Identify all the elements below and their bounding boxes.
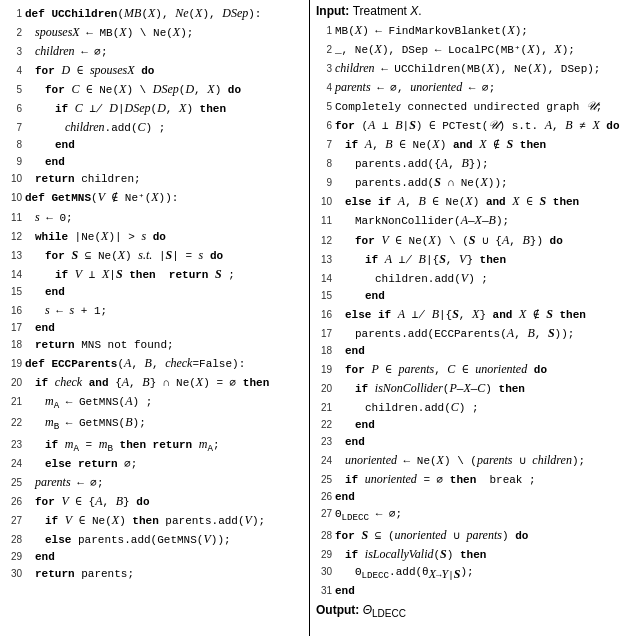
line-number: 16 bbox=[316, 307, 332, 323]
line-number: 25 bbox=[316, 472, 332, 488]
line-number: 7 bbox=[6, 120, 22, 136]
code-line: 14if V ⊥ X|S then return S ; bbox=[6, 265, 303, 284]
code-line: 7if A, B ∈ Ne(X) and X ∉ S then bbox=[316, 135, 634, 154]
line-number: 1 bbox=[6, 6, 22, 22]
line-content: end bbox=[25, 549, 303, 566]
code-line: 28else parents.add(GetMNS(V)); bbox=[6, 530, 303, 549]
line-number: 27 bbox=[6, 513, 22, 529]
line-content: end bbox=[335, 489, 634, 506]
code-line: 4parents ← ∅, unoriented ← ∅; bbox=[316, 78, 634, 97]
line-number: 3 bbox=[6, 44, 22, 60]
line-number: 20 bbox=[6, 375, 22, 391]
line-content: end bbox=[335, 434, 634, 451]
input-label: Input: bbox=[316, 4, 353, 18]
code-line: 6if C ⊥̸ D|DSep(D, X) then bbox=[6, 99, 303, 118]
code-line: 10return children; bbox=[6, 171, 303, 188]
code-line: 30return parents; bbox=[6, 566, 303, 583]
left-algorithm-panel: 1def UCChildren(MB(X), Ne(X), DSep):2spo… bbox=[0, 0, 310, 636]
line-content: if V ⊥ X|S then return S ; bbox=[25, 265, 303, 284]
line-content: parents ← ∅; bbox=[25, 473, 303, 492]
line-number: 6 bbox=[316, 118, 332, 134]
line-number: 24 bbox=[6, 456, 22, 472]
line-number: 8 bbox=[316, 156, 332, 172]
line-content: children.add(C) ; bbox=[25, 118, 303, 137]
code-line: 18return MNS not found; bbox=[6, 337, 303, 354]
code-line: 16s ← s + 1; bbox=[6, 301, 303, 320]
code-line: 6for (A ⊥ B|S) ∈ PCTest(𝒰) s.t. A, B ≠ X… bbox=[316, 116, 634, 135]
code-line: 29end bbox=[6, 549, 303, 566]
code-line: 21mA ← GetMNS(A) ; bbox=[6, 392, 303, 413]
line-number: 19 bbox=[316, 362, 332, 378]
code-line: 17end bbox=[6, 320, 303, 337]
line-number: 30 bbox=[316, 564, 332, 580]
code-line: 12for V ∈ Ne(X) \ (S ∪ {A, B}) do bbox=[316, 231, 634, 250]
line-content: if A, B ∈ Ne(X) and X ∉ S then bbox=[335, 135, 634, 154]
line-content: else if A, B ∈ Ne(X) and X ∈ S then bbox=[335, 192, 634, 211]
line-number: 12 bbox=[6, 229, 22, 245]
line-content: else return ∅; bbox=[25, 456, 303, 473]
code-line: 3children ← UCChildren(MB(X), Ne(X), DSe… bbox=[316, 59, 634, 78]
line-content: else parents.add(GetMNS(V)); bbox=[25, 530, 303, 549]
code-line: 10else if A, B ∈ Ne(X) and X ∈ S then bbox=[316, 192, 634, 211]
line-content: for V ∈ Ne(X) \ (S ∪ {A, B}) do bbox=[335, 231, 634, 250]
line-number: 10 bbox=[6, 190, 22, 206]
code-line: 24unoriented ← Ne(X) \ (parents ∪ childr… bbox=[316, 451, 634, 470]
line-number: 18 bbox=[316, 343, 332, 359]
left-code-block: 1def UCChildren(MB(X), Ne(X), DSep):2spo… bbox=[6, 4, 303, 583]
code-line: 20if isNonCollider(P—X—C) then bbox=[316, 379, 634, 398]
line-number: 16 bbox=[6, 303, 22, 319]
code-line: 1def UCChildren(MB(X), Ne(X), DSep): bbox=[6, 4, 303, 23]
line-content: for V ∈ {A, B} do bbox=[25, 492, 303, 511]
line-content: def ECCParents(A, B, check=False): bbox=[25, 354, 303, 373]
line-number: 2 bbox=[316, 42, 332, 58]
line-number: 1 bbox=[316, 23, 332, 39]
code-line: 2spousesX ← MB(X) \ Ne(X); bbox=[6, 23, 303, 42]
line-content: children.add(C) ; bbox=[335, 398, 634, 417]
line-content: return parents; bbox=[25, 566, 303, 583]
line-number: 23 bbox=[316, 434, 332, 450]
line-number: 20 bbox=[316, 381, 332, 397]
line-number: 10 bbox=[6, 171, 22, 187]
code-line: 5Completely connected undirected graph 𝒰… bbox=[316, 97, 634, 116]
code-line: 10def GetMNS(V ∉ Ne⁺(X)): bbox=[6, 188, 303, 207]
code-line: 27ΘLDECC ← ∅; bbox=[316, 506, 634, 525]
line-content: return children; bbox=[25, 171, 303, 188]
code-line: 25if unoriented = ∅ then break ; bbox=[316, 470, 634, 489]
code-line: 8end bbox=[6, 137, 303, 154]
input-header: Input: Treatment X. bbox=[316, 4, 634, 18]
line-number: 14 bbox=[316, 271, 332, 287]
code-line: 31end bbox=[316, 583, 634, 600]
line-content: spousesX ← MB(X) \ Ne(X); bbox=[25, 23, 303, 42]
line-number: 26 bbox=[316, 489, 332, 505]
line-content: end bbox=[335, 288, 634, 305]
code-line: 21children.add(C) ; bbox=[316, 398, 634, 417]
line-number: 11 bbox=[6, 210, 22, 226]
line-content: if A ⊥̸ B|{S, V} then bbox=[335, 250, 634, 269]
line-content: end bbox=[335, 583, 634, 600]
line-number: 12 bbox=[316, 233, 332, 249]
line-number: 13 bbox=[316, 252, 332, 268]
code-line: 29if isLocallyValid(S) then bbox=[316, 545, 634, 564]
line-content: if isLocallyValid(S) then bbox=[335, 545, 634, 564]
line-number: 25 bbox=[6, 475, 22, 491]
code-line: 13for S ⊆ Ne(X) s.t. |S| = s do bbox=[6, 246, 303, 265]
code-line: 5for C ∈ Ne(X) \ DSep(D, X) do bbox=[6, 80, 303, 99]
code-line: 19for P ∈ parents, C ∈ unoriented do bbox=[316, 360, 634, 379]
line-content: ΘLDECC.add(θX→Y|S); bbox=[335, 564, 634, 584]
code-line: 26for V ∈ {A, B} do bbox=[6, 492, 303, 511]
code-line: 30ΘLDECC.add(θX→Y|S); bbox=[316, 564, 634, 584]
line-content: s ← s + 1; bbox=[25, 301, 303, 320]
line-content: parents.add({A, B}); bbox=[335, 154, 634, 173]
code-line: 3children ← ∅; bbox=[6, 42, 303, 61]
code-line: 17parents.add(ECCParents(A, B, S)); bbox=[316, 324, 634, 343]
code-line: 1MB(X) ← FindMarkovBlanket(X); bbox=[316, 21, 634, 40]
line-content: ΘLDECC ← ∅; bbox=[335, 506, 634, 525]
line-content: children ← ∅; bbox=[25, 42, 303, 61]
line-number: 9 bbox=[6, 154, 22, 170]
line-content: parents ← ∅, unoriented ← ∅; bbox=[335, 78, 634, 97]
line-number: 28 bbox=[316, 528, 332, 544]
line-number: 10 bbox=[316, 194, 332, 210]
line-number: 28 bbox=[6, 532, 22, 548]
line-content: for D ∈ spousesX do bbox=[25, 61, 303, 80]
line-number: 21 bbox=[316, 400, 332, 416]
